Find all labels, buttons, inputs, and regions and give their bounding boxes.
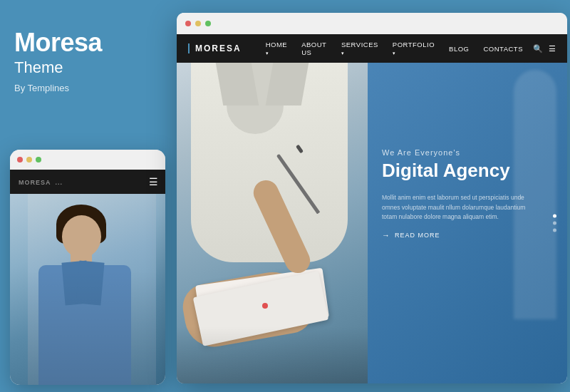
hero-body-text: Mollit anim enim est laborum sed ut pers… <box>382 193 539 222</box>
desktop-nav-logo: MORESA <box>188 43 242 53</box>
brand-author: By Templines <box>14 83 160 93</box>
mobile-nav-logo: MORESA ... <box>17 177 63 186</box>
mobile-hero <box>10 194 165 385</box>
hamburger-icon[interactable]: ☰ <box>149 177 158 187</box>
nav-about[interactable]: ABOUT US <box>294 41 334 56</box>
desktop-top-bar <box>177 13 567 34</box>
desktop-nav-items: HOME ABOUT US SERVICES PORTFOLIO BLOG CO… <box>259 41 530 56</box>
desktop-hero: We Are Everyone's Digital Agency Mollit … <box>177 63 567 383</box>
hero-tagline-cut: cy <box>489 160 510 181</box>
nav-icons: 🔍 ☰ <box>533 44 556 53</box>
hero-dot-1[interactable] <box>553 215 556 218</box>
mobile-nav-suffix: ... <box>56 179 63 186</box>
nav-home[interactable]: HOME <box>259 41 295 56</box>
desktop-mockup: MORESA HOME ABOUT US SERVICES PORTFOLIO … <box>177 13 567 383</box>
hero-dot-2[interactable] <box>553 222 556 225</box>
read-more-label: READ MORE <box>395 232 440 239</box>
mobile-dot-red <box>17 157 23 163</box>
nav-blog[interactable]: BLOG <box>442 45 476 53</box>
mobile-dot-yellow <box>26 157 32 163</box>
hero-dot-3[interactable] <box>553 229 556 232</box>
hero-read-more[interactable]: → READ MORE <box>382 231 553 239</box>
mobile-mockup: MORESA ... ☰ <box>10 150 165 385</box>
desktop-dot-red <box>185 21 191 26</box>
search-icon[interactable]: 🔍 <box>533 44 543 53</box>
nav-contacts[interactable]: CONTACTS <box>476 45 530 53</box>
hero-pagination-dots <box>553 215 556 232</box>
menu-icon[interactable]: ☰ <box>549 44 556 53</box>
nav-portfolio[interactable]: PORTFOLIO <box>385 41 442 56</box>
hero-tagline-small: We Are Everyone's <box>382 148 553 157</box>
mobile-top-bar <box>10 150 165 170</box>
desktop-nav: MORESA HOME ABOUT US SERVICES PORTFOLIO … <box>177 34 567 63</box>
left-panel: Moresa Theme By Templines MORESA ... ☰ <box>0 0 175 392</box>
mobile-dot-green <box>36 157 41 163</box>
hero-tagline-large: Digital Agency <box>382 160 553 182</box>
nav-services[interactable]: SERVICES <box>334 41 385 56</box>
hero-photo-left <box>177 63 368 383</box>
desktop-dot-green <box>205 21 211 26</box>
desktop-dot-yellow <box>195 21 201 26</box>
brand-subtitle: Theme <box>14 58 160 77</box>
hero-text-area: We Are Everyone's Digital Agency Mollit … <box>368 63 567 383</box>
mobile-nav: MORESA ... ☰ <box>10 170 165 194</box>
read-more-arrow: → <box>382 231 390 239</box>
brand-title: Moresa <box>14 29 160 57</box>
